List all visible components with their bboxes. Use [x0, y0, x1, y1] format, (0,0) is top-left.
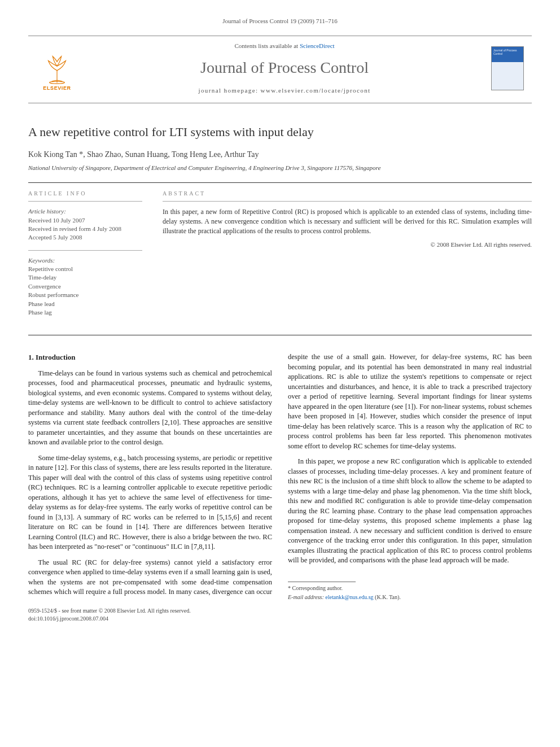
history-label: Article history:	[28, 207, 142, 216]
elsevier-logo: ELSEVIER	[36, 45, 78, 91]
body-paragraph: Time-delays can be found in various syst…	[28, 369, 272, 448]
doi-line: doi:10.1016/j.jprocont.2008.07.004	[28, 615, 532, 623]
journal-cover-thumbnail: Journal of Process Control	[491, 46, 524, 90]
keyword-item: Time-delay	[28, 273, 142, 282]
keywords-label: Keywords:	[28, 256, 142, 265]
abstract-text: In this paper, a new form of Repetitive …	[163, 207, 532, 235]
running-header: Journal of Process Control 19 (2009) 711…	[28, 17, 532, 25]
copyright-line: © 2008 Elsevier Ltd. All rights reserved…	[163, 241, 532, 249]
keyword-item: Robust performance	[28, 291, 142, 299]
front-matter-line: 0959-1524/$ - see front matter © 2008 El…	[28, 607, 532, 615]
history-line: Received in revised form 4 July 2008	[28, 225, 142, 233]
history-line: Received 10 July 2007	[28, 216, 142, 225]
homepage-url: www.elsevier.com/locate/jprocont	[261, 87, 371, 94]
article-history-block: Article history: Received 10 July 2007 R…	[28, 207, 142, 242]
keyword-item: Repetitive control	[28, 265, 142, 273]
keyword-item: Phase lead	[28, 300, 142, 308]
contents-available-line: Contents lists available at ScienceDirec…	[88, 42, 481, 50]
homepage-line: journal homepage: www.elsevier.com/locat…	[88, 86, 481, 95]
abstract-heading: abstract	[163, 190, 532, 202]
homepage-prefix: journal homepage:	[198, 87, 260, 94]
keywords-block: Keywords: Repetitive control Time-delay …	[28, 250, 142, 317]
corresponding-email-link[interactable]: eletankk@nus.edu.sg	[325, 594, 373, 600]
masthead: ELSEVIER Contents lists available at Sci…	[28, 36, 532, 103]
info-abstract-block: article info Article history: Received 1…	[28, 182, 532, 335]
email-person: (K.K. Tan).	[375, 594, 401, 600]
section-heading-introduction: 1. Introduction	[28, 352, 272, 362]
affiliation-line: National University of Singapore, Depart…	[28, 164, 532, 172]
abstract-column: abstract In this paper, a new form of Re…	[152, 183, 532, 335]
body-paragraph: Some time-delay systems, e.g., batch pro…	[28, 453, 272, 552]
elsevier-tree-icon	[41, 52, 73, 85]
masthead-center: Contents lists available at ScienceDirec…	[88, 42, 481, 95]
publisher-label: ELSEVIER	[43, 85, 71, 92]
journal-name: Journal of Process Control	[88, 56, 481, 78]
article-title: A new repetitive control for LTI systems…	[28, 124, 532, 141]
sciencedirect-link[interactable]: ScienceDirect	[300, 42, 335, 49]
footnote-rule	[288, 582, 356, 582]
email-label: E-mail address:	[288, 594, 324, 600]
keyword-item: Convergence	[28, 282, 142, 291]
history-line: Accepted 5 July 2008	[28, 233, 142, 242]
authors-line: Kok Kiong Tan *, Shao Zhao, Sunan Huang,…	[28, 149, 532, 160]
contents-prefix: Contents lists available at	[234, 42, 299, 49]
doi-block: 0959-1524/$ - see front matter © 2008 El…	[28, 607, 532, 623]
corresponding-author-block: * Corresponding author. E-mail address: …	[288, 582, 532, 601]
journal-cover-text: Journal of Process Control	[493, 49, 517, 55]
article-info-column: article info Article history: Received 1…	[28, 183, 152, 335]
body-paragraph: In this paper, we propose a new RC confi…	[288, 457, 532, 566]
keyword-item: Phase lag	[28, 308, 142, 317]
article-info-heading: article info	[28, 190, 142, 202]
corresponding-author-label: * Corresponding author.	[288, 584, 532, 592]
body-columns: 1. Introduction Time-delays can be found…	[28, 352, 532, 601]
corresponding-author-email-line: E-mail address: eletankk@nus.edu.sg (K.K…	[288, 593, 532, 601]
